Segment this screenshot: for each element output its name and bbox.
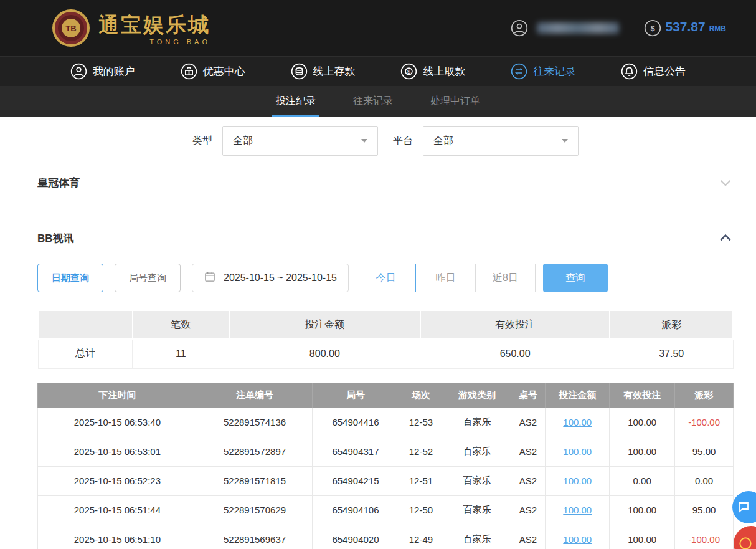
tab-pending-orders[interactable]: 处理中订单 — [427, 86, 484, 117]
bet-amount-link[interactable]: 100.00 — [563, 534, 592, 545]
type-select[interactable]: 全部 — [222, 126, 378, 156]
bet-id: 522891574136 — [197, 408, 312, 437]
session: 12-53 — [399, 408, 443, 437]
site-logo[interactable]: TB 通宝娱乐城 TONG BAO — [52, 9, 210, 47]
valid-bet: 0.00 — [610, 466, 675, 495]
nav-item-my-account[interactable]: 我的账户 — [70, 63, 135, 80]
today-button[interactable]: 今日 — [356, 264, 416, 292]
nav-item-promotions[interactable]: 优惠中心 — [181, 63, 245, 80]
filter-row: 类型 全部 平台 全部 — [37, 126, 734, 156]
bell-icon — [621, 63, 638, 80]
table-header-row: 下注时间 注单编号 局号 场次 游戏类别 桌号 投注金额 有效投注 派彩 — [38, 383, 734, 408]
table-number: AS2 — [511, 525, 546, 549]
round-number: 654904416 — [313, 408, 399, 437]
header-session: 场次 — [399, 383, 443, 408]
calendar-icon — [204, 270, 216, 285]
nav-item-deposit[interactable]: 线上存款 — [291, 63, 356, 80]
last-8-days-button[interactable]: 近8日 — [475, 264, 536, 292]
header-bet-id: 注单编号 — [197, 383, 312, 408]
table-number: AS2 — [511, 437, 546, 466]
balance-amount: 537.87 — [665, 19, 705, 34]
logo-badge-text: TB — [62, 19, 80, 37]
nav-item-withdraw[interactable]: $ 线上取款 — [400, 63, 465, 80]
session: 12-49 — [399, 525, 443, 549]
round-number: 654904317 — [313, 437, 399, 466]
chevron-down-icon[interactable] — [717, 174, 734, 191]
table-row: 2025-10-15 06:51:44 522891570629 6549041… — [38, 495, 734, 525]
section-title-bb-video: BB视讯 — [37, 231, 74, 246]
records-icon — [511, 63, 527, 80]
site-header: TB 通宝娱乐城 TONG BAO $ 537.87 RMB — [0, 0, 756, 56]
bet-time: 2025-10-15 06:52:23 — [38, 466, 197, 495]
summary-table: 笔数 投注金额 有效投注 派彩 总计 11 800.00 650.00 37.5… — [37, 310, 734, 369]
summary-total-row: 总计 11 800.00 650.00 37.50 — [38, 339, 733, 368]
date-range-input[interactable]: 2025-10-15 ~ 2025-10-15 — [192, 264, 349, 292]
game-type: 百家乐 — [443, 437, 511, 466]
balance: $ 537.87 RMB — [644, 19, 726, 37]
nav-item-transaction-records[interactable]: 往来记录 — [511, 63, 575, 80]
bet-amount-link[interactable]: 100.00 — [563, 446, 592, 457]
round-number: 654904215 — [313, 466, 399, 495]
summary-header-row: 笔数 投注金额 有效投注 派彩 — [38, 310, 733, 339]
nav-item-label: 线上存款 — [313, 64, 356, 79]
platform-select-value: 全部 — [433, 135, 453, 148]
bet-amount-link[interactable]: 100.00 — [563, 475, 592, 486]
bet-records-table: 下注时间 注单编号 局号 场次 游戏类别 桌号 投注金额 有效投注 派彩 202… — [37, 383, 734, 549]
header-round-number: 局号 — [313, 383, 399, 408]
svg-text:$: $ — [407, 69, 410, 75]
payout: 95.00 — [675, 495, 734, 525]
logo-badge-icon: TB — [52, 9, 90, 47]
table-number: AS2 — [511, 495, 546, 525]
summary-header-bet-amount: 投注金额 — [229, 310, 420, 339]
table-number: AS2 — [511, 466, 546, 495]
bet-time: 2025-10-15 06:51:10 — [38, 525, 197, 549]
date-query-button[interactable]: 日期查询 — [37, 264, 103, 292]
chevron-down-icon — [361, 139, 367, 143]
round-query-button[interactable]: 局号查询 — [115, 264, 181, 292]
tab-bet-records[interactable]: 投注纪录 — [272, 86, 319, 117]
section-crown-sports: 皇冠体育 — [37, 174, 734, 211]
table-row: 2025-10-15 06:51:10 522891569637 6549040… — [38, 525, 734, 549]
type-select-value: 全部 — [233, 135, 253, 148]
bet-amount-link[interactable]: 100.00 — [563, 505, 592, 515]
round-number: 654904020 — [313, 525, 399, 549]
summary-header-valid-bet: 有效投注 — [420, 310, 610, 339]
query-toolbar: 日期查询 局号查询 2025-10-15 ~ 2025-10-15 今日 昨日 … — [37, 264, 734, 292]
nav-item-label: 优惠中心 — [203, 64, 245, 79]
nav-item-label: 往来记录 — [533, 64, 575, 79]
balance-currency: RMB — [709, 24, 726, 33]
table-row: 2025-10-15 06:53:40 522891574136 6549044… — [38, 408, 734, 437]
main-nav: 我的账户 优惠中心 线上存款 $ 线上取款 — [0, 56, 756, 86]
table-row: 2025-10-15 06:53:01 522891572897 6549043… — [38, 437, 734, 466]
game-type: 百家乐 — [443, 495, 511, 525]
summary-header-count: 笔数 — [133, 310, 229, 339]
game-type: 百家乐 — [443, 408, 511, 437]
bet-time: 2025-10-15 06:53:01 — [38, 437, 197, 466]
nav-item-announcements[interactable]: 信息公告 — [621, 63, 686, 80]
coins-icon — [291, 63, 308, 80]
chevron-up-icon[interactable] — [717, 230, 734, 246]
platform-select[interactable]: 全部 — [423, 126, 579, 156]
nav-item-label: 线上取款 — [423, 64, 465, 79]
bet-time: 2025-10-15 06:51:44 — [38, 495, 197, 525]
section-bb-video: BB视讯 — [37, 230, 734, 246]
payout: 95.00 — [675, 437, 734, 466]
game-type: 百家乐 — [443, 525, 511, 549]
round-number: 654904106 — [313, 495, 399, 525]
platform-filter-label: 平台 — [393, 135, 413, 148]
summary-bet-amount: 800.00 — [229, 339, 420, 368]
search-button[interactable]: 查询 — [543, 264, 608, 292]
yesterday-button[interactable]: 昨日 — [415, 264, 476, 292]
summary-payout: 37.50 — [610, 339, 733, 368]
date-range-value: 2025-10-15 ~ 2025-10-15 — [224, 272, 337, 284]
payout: -100.00 — [675, 525, 734, 549]
game-type: 百家乐 — [443, 466, 511, 495]
coin-icon: $ — [644, 19, 661, 37]
summary-header-payout: 派彩 — [610, 310, 733, 339]
logo-title: 通宝娱乐城 — [98, 11, 210, 39]
bet-amount-link[interactable]: 100.00 — [563, 417, 592, 427]
section-title-crown-sports: 皇冠体育 — [37, 176, 80, 190]
logo-subtitle: TONG BAO — [149, 38, 210, 45]
chevron-down-icon — [562, 139, 568, 143]
tab-transaction-records[interactable]: 往来记录 — [349, 86, 397, 117]
